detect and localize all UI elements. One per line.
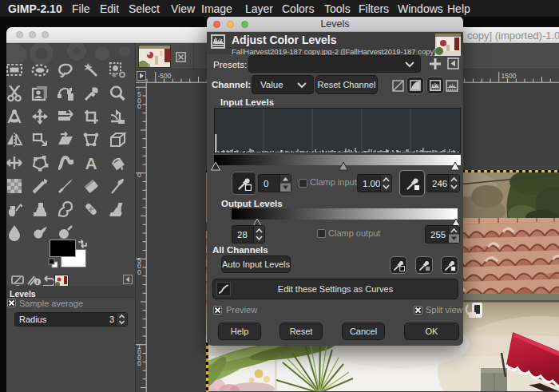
svg-text:1500: 1500 [502,72,517,80]
svg-text:-500: -500 [158,72,172,80]
svg-text:0: 0 [137,171,141,179]
svg-text:A: A [85,154,97,172]
svg-text:i: i [37,279,38,286]
svg-text:0: 0 [137,102,141,110]
svg-text:0: 0 [137,268,141,276]
svg-text:0: 0 [137,359,141,367]
